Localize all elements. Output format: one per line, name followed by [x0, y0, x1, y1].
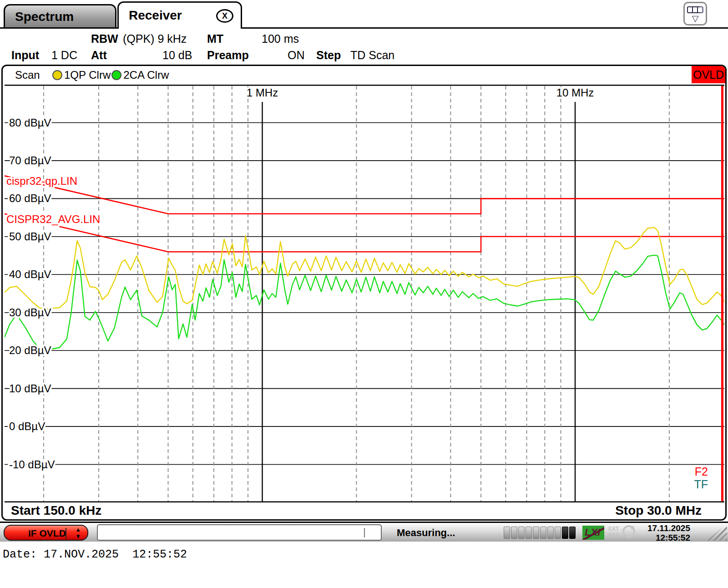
tab-receiver-label: Receiver	[129, 8, 182, 23]
ext-ref-label: EXT REF	[608, 526, 619, 538]
trace-1QP Clrw	[5, 228, 724, 309]
stop-frequency[interactable]: Stop 30.0 MHz	[615, 503, 702, 518]
att-value[interactable]: 10 dB	[162, 49, 192, 62]
trace-label: 2CA Clrw	[123, 69, 169, 81]
status-message-field[interactable]	[97, 524, 382, 541]
rbw-label[interactable]: RBW	[91, 32, 118, 46]
progress-segment	[511, 527, 517, 539]
if-ovld-label: IF OVLD	[28, 528, 66, 539]
progress-segment	[547, 527, 554, 539]
start-frequency[interactable]: Start 150.0 kHz	[11, 503, 101, 518]
spinner-arrows-icon[interactable]: ▲▼	[75, 526, 81, 540]
date-time: 17.11.2025 12:55:52	[639, 523, 690, 542]
scan-header-bar: Scan 1QP Clrw2CA Clrw OVLD	[1, 65, 727, 85]
tab-spectrum[interactable]: Spectrum	[4, 4, 116, 28]
limit-line	[5, 214, 724, 252]
limit-line-label: cispr32-qp.LIN	[6, 175, 77, 187]
input-value[interactable]: 1 DC	[51, 49, 77, 62]
limit-line	[5, 176, 724, 213]
ref-clock-icon	[622, 525, 635, 538]
rbw-value[interactable]: (QPK) 9 kHz	[123, 32, 187, 46]
mt-value[interactable]: 100 ms	[262, 32, 299, 46]
close-tab-icon[interactable]: X	[216, 9, 233, 23]
ovld-badge: OVLD	[692, 66, 725, 83]
y-tick-label: 20 dBµV	[9, 344, 51, 356]
y-tick-label: 0 dBµV	[9, 420, 45, 432]
trace-color-dot	[111, 70, 121, 80]
progress-segment	[518, 527, 525, 539]
progress-segment	[562, 527, 568, 539]
trace-legend: 1QP Clrw2CA Clrw	[52, 69, 170, 81]
legend-trace-2[interactable]: 2CA Clrw	[111, 69, 169, 81]
tab-row-divider	[0, 27, 728, 29]
att-label[interactable]: Att	[91, 49, 107, 62]
preamp-value[interactable]: ON	[288, 49, 305, 62]
progress-segment	[504, 527, 510, 539]
if-ovld-divider	[66, 528, 66, 539]
trace-color-dot	[52, 70, 62, 80]
if-ovld-button[interactable]: IF OVLD ▲▼	[4, 525, 88, 541]
screenshot-date-note: Date: 17.NOV.2025 12:55:52	[3, 548, 187, 561]
input-label[interactable]: Input	[11, 49, 39, 62]
y-tick-label: 70 dBµV	[9, 154, 51, 167]
mt-label[interactable]: MT	[207, 32, 223, 46]
lxi-indicator: LXI	[582, 526, 604, 540]
y-tick-label: 60 dBµV	[9, 192, 51, 204]
status-date: 17.11.2025	[639, 523, 690, 533]
step-value[interactable]: TD Scan	[350, 49, 394, 62]
tab-spectrum-label: Spectrum	[15, 10, 74, 24]
y-tick-label: 10 dBµV	[9, 382, 51, 395]
progress-segment	[540, 527, 546, 539]
limit-line-label: CISPR32_AVG.LIN	[6, 213, 100, 225]
y-tick-label: -10 dBµV	[9, 458, 55, 471]
x-tick-label: 1 MHz	[247, 86, 278, 99]
scan-chart: 1 MHz10 MHz80 dBµV70 dBµV60 dBµV50 dBµV4…	[5, 85, 724, 502]
step-label[interactable]: Step	[316, 49, 341, 62]
trace-2CA Clrw	[5, 255, 724, 350]
legend-trace-1[interactable]: 1QP Clrw	[52, 69, 111, 81]
tab-receiver[interactable]: Receiver X	[117, 1, 242, 29]
measuring-status: Measuring...	[397, 527, 455, 539]
progress-segment	[569, 527, 576, 539]
preamp-label[interactable]: Preamp	[207, 49, 249, 62]
f2-marker-label: F2	[695, 465, 708, 478]
scan-position-marker	[721, 85, 723, 502]
y-tick-label: 40 dBµV	[9, 268, 51, 280]
y-tick-label: 30 dBµV	[9, 306, 51, 319]
measurement-progress-bar	[504, 527, 576, 539]
display-layout-button[interactable]: ▽	[683, 2, 707, 25]
y-tick-label: 80 dBµV	[9, 117, 51, 129]
settings-readout: RBW (QPK) 9 kHz MT 100 ms Input 1 DC Att…	[0, 29, 728, 65]
text-caret	[364, 528, 365, 537]
scan-title: Scan	[15, 69, 40, 81]
trace-label: 1QP Clrw	[64, 69, 111, 81]
receiver-app-window: Spectrum Receiver X ▽ RBW (QPK) 9 kHz MT…	[0, 0, 728, 588]
tf-marker-label: TF	[694, 478, 708, 491]
display-bar-icon	[687, 6, 703, 13]
resize-grip[interactable]	[707, 523, 727, 541]
x-tick-label: 10 MHz	[556, 86, 594, 99]
progress-segment	[533, 527, 539, 539]
progress-segment	[555, 527, 561, 539]
chevron-down-icon: ▽	[685, 14, 706, 23]
status-time: 12:55:52	[639, 533, 690, 542]
y-gridlines	[5, 123, 724, 465]
progress-segment	[526, 527, 532, 539]
y-tick-label: 50 dBµV	[9, 230, 51, 243]
status-bar: IF OVLD ▲▼ Measuring... LXI EXT REF 17.1…	[0, 522, 728, 542]
